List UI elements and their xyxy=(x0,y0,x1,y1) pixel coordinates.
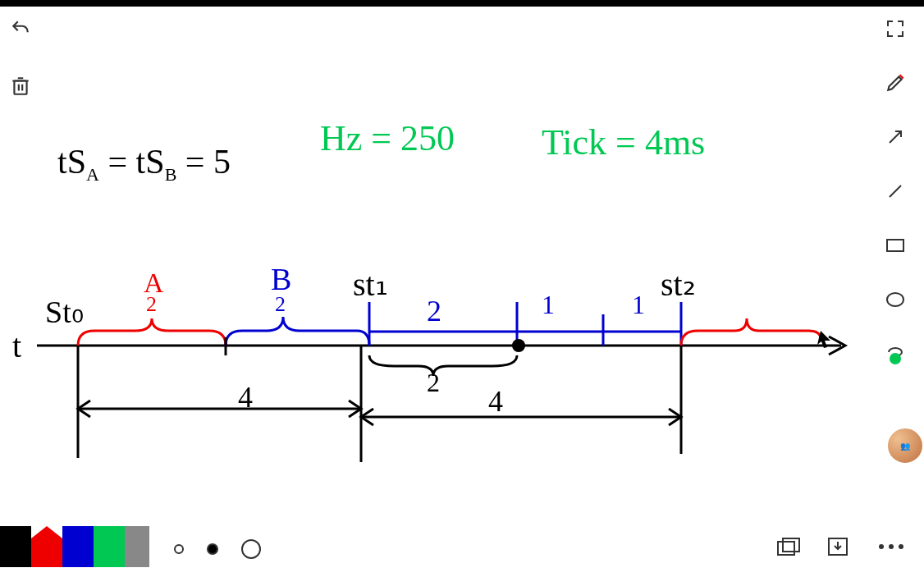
color-black[interactable] xyxy=(0,526,31,567)
brush-sizes xyxy=(174,539,261,559)
expand-icon xyxy=(885,19,905,39)
windows-icon xyxy=(776,537,801,556)
svg-point-23 xyxy=(879,544,884,549)
brush-size-medium[interactable] xyxy=(207,543,218,555)
svg-point-25 xyxy=(899,544,903,549)
more-icon xyxy=(876,543,906,551)
color-green[interactable] xyxy=(94,526,125,567)
windows-button[interactable] xyxy=(776,534,801,559)
status-dot xyxy=(890,353,901,364)
arrow-tool-button[interactable] xyxy=(883,125,908,149)
user-avatar[interactable]: 👥 xyxy=(886,427,924,465)
svg-line-17 xyxy=(890,185,901,197)
svg-line-16 xyxy=(890,131,901,143)
svg-rect-14 xyxy=(14,81,26,94)
bottom-toolbar xyxy=(0,515,924,577)
more-button[interactable] xyxy=(875,534,908,559)
line-icon xyxy=(885,181,905,201)
svg-rect-21 xyxy=(783,538,799,552)
expand-button[interactable] xyxy=(883,16,908,41)
line-tool-button[interactable] xyxy=(883,179,908,204)
color-red[interactable] xyxy=(31,526,62,567)
download-button[interactable] xyxy=(826,534,850,559)
svg-rect-18 xyxy=(887,240,903,251)
svg-rect-20 xyxy=(778,542,794,555)
rect-tool-button[interactable] xyxy=(883,233,908,258)
undo-icon xyxy=(10,18,31,39)
ellipse-tool-button[interactable] xyxy=(883,287,908,312)
svg-point-6 xyxy=(512,339,525,352)
arrow-icon xyxy=(885,127,905,147)
pen-button[interactable] xyxy=(883,71,908,95)
undo-button[interactable] xyxy=(8,16,33,41)
ellipse-icon xyxy=(885,291,905,308)
rect-icon xyxy=(885,238,905,253)
color-palette xyxy=(0,518,149,567)
download-icon xyxy=(826,536,849,557)
whiteboard-canvas[interactable]: tSA = tSB = 5 Hz = 250 Tick = 4ms St₀ A … xyxy=(0,7,924,507)
brush-size-small[interactable] xyxy=(174,544,184,554)
trash-button[interactable] xyxy=(8,74,33,98)
svg-point-19 xyxy=(887,293,903,306)
brush-size-large[interactable] xyxy=(241,539,261,559)
color-eraser[interactable] xyxy=(125,526,149,567)
color-blue[interactable] xyxy=(62,526,94,567)
drawing-strokes xyxy=(0,7,924,507)
svg-point-24 xyxy=(889,544,894,549)
pen-icon xyxy=(885,72,906,94)
trash-icon xyxy=(10,75,31,98)
